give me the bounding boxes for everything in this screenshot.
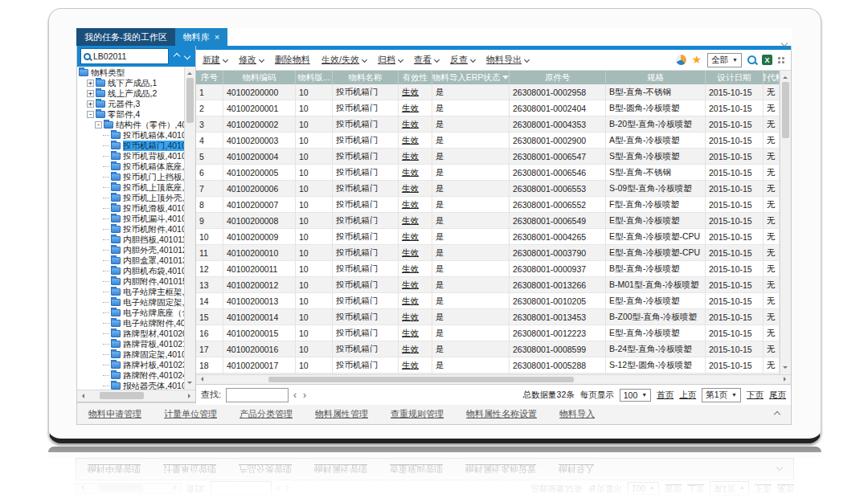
column-header-4[interactable]: 物料名称 — [333, 71, 399, 84]
tree-item[interactable]: -零部件,4 — [77, 109, 184, 120]
tree-item[interactable]: 内胆外壳,401012 — [77, 245, 184, 255]
tab-material-library[interactable]: 物料库 × — [175, 28, 227, 46]
scroll-right-icon[interactable] — [784, 377, 788, 382]
column-header-9[interactable]: 设计日期 — [706, 71, 764, 84]
links-collapse-icon[interactable] — [775, 409, 780, 418]
cell[interactable]: 生效 — [399, 261, 432, 276]
grid-vertical-scrollbar[interactable] — [780, 71, 791, 374]
column-header-3[interactable]: 物料版... — [296, 71, 333, 84]
page-dropdown[interactable]: 第1页 ▼ — [702, 388, 741, 402]
tree-item[interactable]: +元器件,3 — [77, 99, 184, 109]
find-prev-icon[interactable]: ‹ — [293, 390, 297, 401]
tree-item[interactable]: 路牌背板,401021 — [77, 339, 184, 349]
tree-item[interactable]: 投币机上顶外壳,4010 — [77, 193, 184, 203]
tree-item[interactable]: 路牌衬板,401023 — [77, 360, 184, 370]
tab-my-workspace[interactable]: 我的任务-我的工作区 — [76, 28, 175, 46]
tree-item[interactable]: 内胆盒罩,401013 — [77, 255, 184, 266]
first-page-link[interactable]: 首页 — [657, 390, 674, 401]
cell[interactable]: 生效 — [399, 245, 432, 260]
tree-item[interactable]: 内胆附件,401015 — [77, 276, 184, 287]
table-row[interactable]: 94010020000810投币机箱门生效是26308001-0006549E型… — [196, 213, 780, 229]
table-row[interactable]: 124010020001110投币机箱门生效是26308001-0000937B… — [196, 261, 780, 277]
favorite-star-icon[interactable]: ★ — [692, 55, 702, 65]
tree-expander-icon[interactable]: - — [87, 111, 94, 118]
cell[interactable]: 生效 — [399, 116, 432, 132]
tree-item[interactable]: 电子站牌固定架,4010 — [77, 297, 184, 308]
cell[interactable]: 生效 — [399, 197, 432, 212]
tree-item[interactable]: 投币机附件,401010 — [77, 224, 184, 235]
scroll-thumb[interactable] — [100, 392, 144, 399]
cell[interactable]: 生效 — [399, 293, 432, 308]
cell[interactable]: 生效 — [399, 149, 432, 164]
per-page-dropdown[interactable]: 100 ▼ — [620, 389, 651, 402]
last-page-link[interactable]: 尾页 — [769, 390, 786, 401]
column-header-10[interactable]: 替代料 — [764, 71, 780, 84]
tree-item[interactable]: 内胆挡板,401011 — [77, 235, 184, 245]
column-header-7[interactable]: 原件号 — [510, 71, 606, 84]
tree-item[interactable]: 路牌型材,401020 — [77, 329, 184, 339]
cell[interactable]: 生效 — [399, 181, 432, 196]
next-page-link[interactable]: 下页 — [747, 390, 764, 401]
tree-item[interactable]: 内胆机布袋,401014 — [77, 266, 184, 276]
cell[interactable]: 生效 — [399, 309, 432, 325]
column-header-5[interactable]: 有效性 — [399, 71, 432, 84]
tree-root[interactable]: 物料类型 — [77, 67, 184, 78]
tree-item[interactable]: 电子站牌底座（含地 — [77, 308, 184, 318]
cell[interactable]: 生效 — [399, 84, 432, 100]
scope-filter-dropdown[interactable]: 全部 ▼ — [707, 53, 742, 67]
bottom-link-5[interactable]: 查重规则管理 — [391, 408, 444, 420]
table-row[interactable]: 174010020001610投币机箱门生效是26308001-0008599B… — [196, 341, 780, 357]
bottom-link-4[interactable]: 物料属性管理 — [315, 408, 368, 420]
tree-item[interactable]: 投币机门上挡板,4010 — [77, 172, 184, 182]
bottom-link-1[interactable]: 物料申请管理 — [88, 408, 141, 420]
tree-item[interactable]: 投币机箱门,401002 — [77, 141, 184, 151]
tree-horizontal-scrollbar[interactable] — [77, 390, 195, 402]
toolbar-dropdown-icon[interactable] — [434, 57, 440, 63]
tree-item[interactable]: 投币机上顶底座,4010 — [77, 182, 184, 193]
grid-horizontal-scrollbar[interactable] — [196, 374, 791, 384]
tree-item[interactable]: 报站器壳体,401025 — [77, 381, 184, 390]
toolbar-item-label[interactable]: 物料导出 — [486, 54, 522, 66]
chart-icon[interactable] — [676, 55, 686, 65]
toolbar-dropdown-icon[interactable] — [259, 57, 264, 63]
column-header-1[interactable]: 序号 — [196, 71, 223, 84]
table-row[interactable]: 114010020001010投币机箱门生效是26308001-0003790E… — [196, 245, 780, 261]
table-row[interactable]: 104010020000910投币机箱门生效是26308001-0004265E… — [196, 229, 780, 245]
tree-expander-icon[interactable]: + — [87, 100, 94, 108]
scroll-down-icon[interactable] — [783, 366, 788, 371]
cell[interactable]: 生效 — [399, 341, 432, 357]
tree-expander-icon[interactable]: + — [87, 80, 94, 87]
toolbar-item-label[interactable]: 生效/失效 — [321, 54, 359, 66]
find-next-icon[interactable]: › — [303, 390, 306, 401]
table-row[interactable]: 144010020001310投币机箱门生效是26308001-0010205E… — [196, 293, 780, 309]
table-row[interactable]: 134010020001210投币机箱门生效是26308001-0013266B… — [196, 277, 780, 293]
cell[interactable]: 生效 — [399, 229, 432, 244]
table-row[interactable]: 54010020000410投币机箱门生效是26308001-0006547S型… — [196, 149, 780, 165]
scroll-down-icon[interactable] — [187, 382, 192, 386]
table-row[interactable]: 14010020000010投币机箱门生效是26308001-0002958B型… — [196, 84, 780, 100]
tree-item[interactable]: +线下产成品,1 — [77, 78, 184, 88]
toolbar-dropdown-icon[interactable] — [362, 57, 367, 63]
toolbar-item-label[interactable]: 新建 — [203, 54, 220, 66]
scroll-thumb[interactable] — [268, 377, 574, 382]
toolbar-item-label[interactable]: 修改 — [239, 54, 256, 66]
scroll-thumb[interactable] — [186, 78, 194, 123]
cell[interactable]: 生效 — [399, 325, 432, 341]
tree-item[interactable]: 投币机箱体底座,4010 — [77, 161, 184, 172]
bottom-link-6[interactable]: 物料属性名称设置 — [466, 408, 537, 420]
search-prev-icon[interactable] — [174, 53, 180, 59]
tree-item[interactable]: 投币机滑板,401008 — [77, 203, 184, 214]
table-row[interactable]: 164010020001510投币机箱门生效是26308001-0012223E… — [196, 325, 780, 341]
toolbar-item-label[interactable]: 查看 — [414, 54, 432, 66]
tree-item[interactable]: 路牌固定架,401022 — [77, 349, 184, 360]
toolbar-item-label[interactable]: 删除物料 — [275, 54, 310, 66]
table-row[interactable]: 84010020000710投币机箱门生效是26308001-0006552F型… — [196, 197, 780, 213]
scroll-up-icon[interactable] — [187, 70, 192, 75]
table-row[interactable]: 154010020001410投币机箱门生效是26308001-0013453B… — [196, 309, 780, 325]
scroll-left-icon[interactable] — [80, 394, 84, 398]
toolbar-dropdown-icon[interactable] — [524, 57, 530, 63]
bottom-link-2[interactable]: 计量单位管理 — [164, 408, 217, 420]
prev-page-link[interactable]: 上页 — [679, 390, 696, 401]
table-row[interactable]: 64010020000510投币机箱门生效是26308001-0006546S型… — [196, 165, 780, 181]
find-input[interactable] — [226, 388, 289, 402]
